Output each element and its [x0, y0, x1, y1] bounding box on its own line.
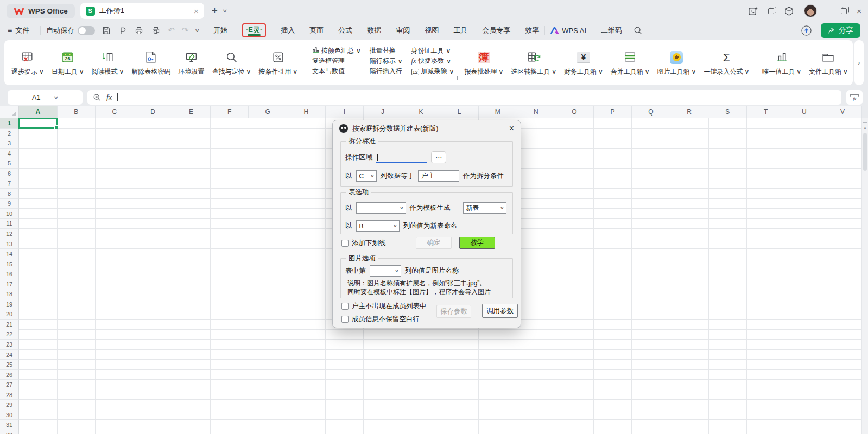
workspace-stack-icon[interactable]	[768, 8, 774, 14]
column-header-G[interactable]: G	[249, 106, 287, 118]
template-column-select[interactable]: ∨	[356, 202, 406, 214]
toolbar-more-chevron-icon[interactable]: ∨	[195, 28, 200, 33]
add-underline-checkbox[interactable]: 添加下划线	[341, 239, 386, 248]
name-box[interactable]: A1 ∨	[8, 90, 83, 105]
user-avatar[interactable]	[804, 4, 817, 17]
menu-tab-会员专享[interactable]: 会员专享	[482, 25, 510, 35]
ribbon-item-身份证工具[interactable]: 身份证工具∨	[411, 46, 454, 55]
ribbon-button-合并工具箱[interactable]: 合并工具箱∨	[607, 43, 654, 82]
row-header-12[interactable]: 12	[0, 229, 19, 239]
ok-button[interactable]: 确定	[416, 237, 452, 249]
scroll-up-icon[interactable]: ▲	[863, 126, 867, 130]
close-window-button[interactable]: ×	[857, 7, 861, 16]
minimize-button[interactable]: –	[827, 7, 831, 16]
search-icon[interactable]	[633, 26, 642, 35]
column-header-Q[interactable]: Q	[632, 106, 670, 118]
save-params-button[interactable]: 保存参数	[436, 305, 471, 318]
row-header-11[interactable]: 11	[0, 219, 19, 229]
hamburger-menu-icon[interactable]: ≡	[8, 26, 12, 35]
column-header-C[interactable]: C	[96, 106, 134, 118]
menu-tab-视图[interactable]: 视图	[425, 25, 439, 35]
scrollbar-split-handle[interactable]	[863, 122, 867, 123]
column-header-U[interactable]: U	[785, 106, 824, 118]
checkbox-icon[interactable]	[341, 303, 349, 310]
teach-button[interactable]: 教学	[459, 237, 495, 249]
dialog-titlebar[interactable]: 按家庭拆分数据并建表(新版) ×	[333, 120, 521, 137]
autosave-toggle[interactable]	[78, 26, 95, 35]
tab-close-icon[interactable]: ×	[194, 7, 199, 16]
row-header-15[interactable]: 15	[0, 259, 19, 270]
menu-tab-开始[interactable]: 开始	[213, 25, 227, 35]
export-pdf-icon[interactable]	[118, 26, 127, 35]
row-header-23[interactable]: 23	[0, 340, 19, 350]
row-header-21[interactable]: 21	[0, 320, 19, 330]
file-menu[interactable]: 文件	[15, 25, 29, 35]
menu-tab-效率[interactable]: 效率	[525, 25, 539, 35]
ribbon-item-快捷凑数[interactable]: fx快捷凑数∨	[411, 56, 454, 66]
split-column-select[interactable]: C∨	[356, 170, 377, 182]
row-header-9[interactable]: 9	[0, 199, 19, 209]
tab-list-chevron-icon[interactable]: ∨	[222, 8, 227, 14]
column-header-M[interactable]: M	[479, 106, 517, 118]
ribbon-item-隔行插入行[interactable]: 隔行插入行	[370, 67, 403, 76]
ribbon-button-唯一值工具[interactable]: 唯一值工具∨	[758, 43, 805, 82]
ribbon-item-隔行标示[interactable]: 隔行标示∨	[370, 56, 403, 66]
naming-column-select[interactable]: B∨	[356, 220, 400, 232]
ribbon-button-打[interactable]: 打	[852, 43, 853, 82]
row-header-27[interactable]: 27	[0, 380, 19, 390]
name-box-chevron-icon[interactable]: ∨	[54, 95, 59, 100]
ribbon-item-文本与数值[interactable]: 文本与数值	[312, 67, 361, 76]
column-header-B[interactable]: B	[58, 106, 96, 118]
ai-assistant-icon[interactable]	[748, 6, 758, 16]
ribbon-button-图片工具箱[interactable]: 图片工具箱∨	[654, 43, 700, 82]
ribbon-item-批量替换[interactable]: 批量替换	[370, 46, 403, 55]
row-header-24[interactable]: 24	[0, 350, 19, 360]
menu-tab-数据[interactable]: 数据	[367, 25, 381, 35]
row-header-20[interactable]: 20	[0, 309, 19, 320]
menu-tab-公式[interactable]: 公式	[338, 25, 352, 35]
print-preview-icon[interactable]	[151, 26, 161, 35]
row-header-16[interactable]: 16	[0, 269, 19, 279]
row-header-32[interactable]: 32	[0, 430, 19, 434]
vertical-scrollbar[interactable]: ▲	[862, 118, 868, 434]
expand-formula-bar-button[interactable]: fx	[846, 90, 863, 105]
column-header-V[interactable]: V	[823, 106, 862, 118]
column-header-J[interactable]: J	[364, 106, 402, 118]
menu-tab-页面[interactable]: 页面	[309, 25, 324, 35]
ribbon-button-财务工具箱[interactable]: ¥财务工具箱∨	[560, 43, 607, 82]
column-header-P[interactable]: P	[594, 106, 632, 118]
row-header-2[interactable]: 2	[0, 129, 19, 139]
redo-icon[interactable]: ↷	[182, 25, 189, 35]
row-header-29[interactable]: 29	[0, 400, 19, 410]
row-header-13[interactable]: 13	[0, 239, 19, 250]
ribbon-button-日期工具[interactable]: 26日期工具∨	[48, 43, 88, 82]
column-header-L[interactable]: L	[440, 106, 479, 118]
row-header-18[interactable]: 18	[0, 289, 19, 299]
formula-input[interactable]: fx	[87, 90, 841, 105]
menu-tab--E灵-[interactable]: -E灵-	[242, 23, 266, 37]
ribbon-button-环境设置[interactable]: 环境设置	[174, 43, 208, 82]
ribbon-button-按条件引用[interactable]: 按条件引用∨	[255, 43, 301, 82]
ribbon-item-加减乘除[interactable]: 12加减乘除∨	[411, 67, 454, 76]
group-dialog-launcher-icon[interactable]	[749, 76, 752, 80]
ribbon-button-报表批处理[interactable]: 簿报表批处理∨	[460, 43, 507, 82]
column-header-T[interactable]: T	[747, 106, 785, 118]
fx-icon[interactable]: fx	[106, 93, 112, 102]
picture-column-select[interactable]: ∨	[370, 265, 401, 277]
ribbon-button-查找与定位[interactable]: 查找与定位∨	[208, 43, 255, 82]
row-header-10[interactable]: 10	[0, 209, 19, 219]
menu-tab-qrcode[interactable]: 二维码	[601, 25, 622, 35]
row-header-4[interactable]: 4	[0, 149, 19, 159]
document-tab[interactable]: S 工作簿1 ×	[80, 3, 204, 19]
operation-area-input[interactable]	[376, 152, 427, 163]
save-icon[interactable]	[102, 26, 111, 35]
householder-checkbox[interactable]: 户主不出现在成员列表中	[341, 302, 427, 311]
load-params-button[interactable]: 调用参数	[482, 304, 518, 318]
row-header-3[interactable]: 3	[0, 138, 19, 149]
row-header-22[interactable]: 22	[0, 329, 19, 340]
row-header-6[interactable]: 6	[0, 169, 19, 179]
column-header-I[interactable]: I	[326, 106, 364, 118]
wps-ai-menu[interactable]: WPS AI	[550, 27, 586, 35]
row-header-14[interactable]: 14	[0, 249, 19, 259]
autosave-control[interactable]: 自动保存	[46, 25, 95, 35]
